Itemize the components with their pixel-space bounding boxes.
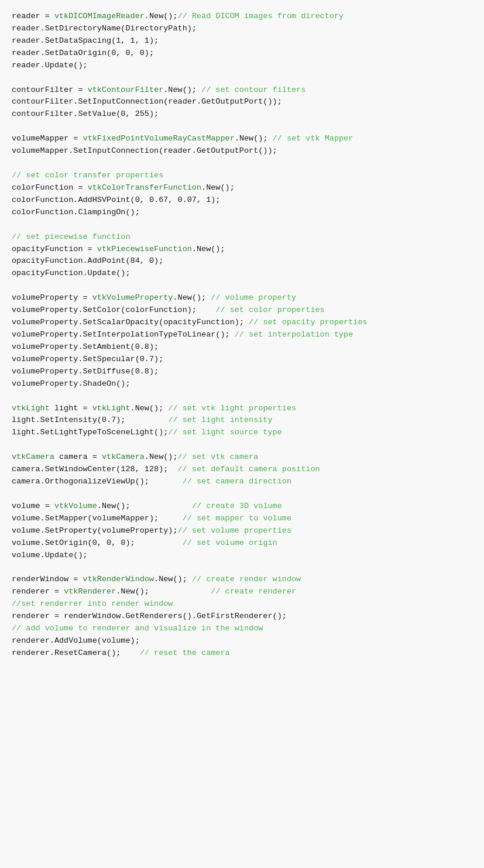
code-token: // set color transfer properties	[12, 171, 163, 180]
code-line: light.SetLightTypeToSceneLight();// set …	[12, 427, 472, 439]
code-line: volumeProperty.ShadeOn();	[12, 378, 472, 390]
code-line: ​	[12, 488, 472, 500]
code-token: .New();	[97, 502, 192, 510]
code-token: reader =	[12, 12, 54, 20]
code-line: // set color transfer properties	[12, 170, 472, 182]
code-line: opacityFunction.AddPoint(84, 0);	[12, 255, 472, 267]
code-line: ​	[12, 219, 472, 231]
code-token: // volume property	[211, 293, 296, 302]
code-line: renderer = renderWindow.GetRenderers().G…	[12, 610, 472, 623]
code-line: volumeProperty.SetInterpolationTypeToLin…	[12, 329, 472, 341]
code-token: volume.Update();	[12, 551, 88, 560]
code-token: opacityFunction =	[12, 245, 97, 253]
code-token: // set interpolation type	[235, 330, 353, 339]
code-line: reader.Update();	[12, 60, 472, 72]
code-token: // set opacity properties	[249, 318, 368, 327]
code-line: volumeProperty.SetDiffuse(0.8);	[12, 366, 472, 378]
code-token: volumeProperty.SetDiffuse(0.8);	[12, 367, 159, 376]
code-token: // set contour filters	[201, 85, 305, 94]
code-line: ​	[12, 157, 472, 170]
code-line: volumeProperty.SetSpecular(0.7);	[12, 354, 472, 366]
code-token: light.SetIntensity(0.7);	[12, 416, 168, 424]
code-token: // set light source type	[168, 428, 282, 437]
code-line: //set renderrer into render window	[12, 598, 472, 610]
code-token: .New();	[145, 452, 178, 461]
code-token: // set volume origin	[183, 538, 277, 547]
code-token: volume.SetProperty(volumeProperty);	[12, 526, 178, 535]
code-token: renderer.ResetCamera();	[12, 649, 140, 657]
code-token: // Read DICOM images from directory	[178, 12, 344, 20]
code-token: .New();	[163, 85, 201, 94]
code-line: opacityFunction.Update();	[12, 267, 472, 280]
code-token: // set vtk light properties	[168, 404, 296, 413]
code-line: reader.SetDirectoryName(DirectoryPath);	[12, 23, 472, 35]
code-line: // add volume to renderer and visualize …	[12, 623, 472, 635]
code-token: vtkLight	[12, 404, 50, 413]
code-token: renderWindow =	[12, 575, 83, 584]
code-token: reader.SetDirectoryName(DirectoryPath);	[12, 24, 197, 33]
code-token: .New();	[145, 12, 178, 20]
code-token: vtkContourFilter	[88, 85, 164, 94]
code-line: reader.SetDataOrigin(0, 0, 0);	[12, 47, 472, 60]
code-token: renderer = renderWindow.GetRenderers().G…	[12, 612, 287, 620]
code-token: camera.SetWindowCenter(128, 128);	[12, 465, 178, 474]
code-line: opacityFunction = vtkPiecewiseFunction.N…	[12, 243, 472, 256]
code-token: volume.SetMapper(volumeMapper);	[12, 514, 183, 523]
code-token: volumeProperty =	[12, 293, 92, 302]
code-token: // create renderer	[211, 587, 296, 596]
code-token: volumeMapper =	[12, 134, 83, 143]
code-token: volumeProperty.SetAmbient(0.8);	[12, 342, 159, 351]
code-token: //set renderrer into render window	[12, 599, 173, 608]
code-token: volumeProperty.SetScalarOpacity(opacityF…	[12, 318, 249, 327]
code-line: volumeProperty.SetAmbient(0.8);	[12, 341, 472, 354]
code-line: ​	[12, 439, 472, 451]
code-token: light =	[50, 404, 92, 413]
code-line: contourFilter.SetValue(0, 255);	[12, 108, 472, 121]
code-token: opacityFunction.Update();	[12, 269, 131, 277]
code-token: // set camera direction	[183, 477, 291, 486]
code-token: vtkRenderer	[64, 587, 116, 596]
code-line: vtkCamera camera = vtkCamera.New();// se…	[12, 451, 472, 464]
code-line: volume = vtkVolume.New(); // create 3D v…	[12, 500, 472, 513]
code-token: contourFilter =	[12, 85, 88, 94]
code-line: camera.SetWindowCenter(128, 128); // set…	[12, 464, 472, 476]
code-token: // set vtk Mapper	[273, 134, 353, 143]
code-token: vtkColorTransferFunction	[88, 183, 201, 192]
code-token: renderer.AddVolume(volume);	[12, 636, 140, 645]
code-line: contourFilter.SetInputConnection(reader.…	[12, 96, 472, 108]
code-line: renderer.AddVolume(volume);	[12, 635, 472, 647]
code-token: contourFilter.SetInputConnection(reader.…	[12, 97, 282, 106]
code-token: volumeProperty.SetInterpolationTypeToLin…	[12, 330, 235, 339]
code-token: .New();	[192, 245, 225, 253]
code-line: volumeMapper = vtkFixedPointVolumeRayCas…	[12, 133, 472, 145]
code-token: // create render window	[192, 575, 301, 584]
code-line: volume.Update();	[12, 550, 472, 562]
code-line: volumeMapper.SetInputConnection(reader.G…	[12, 145, 472, 157]
code-token: volumeProperty.ShadeOn();	[12, 379, 131, 388]
code-line: camera.OrthogonalizeViewUp(); // set cam…	[12, 476, 472, 488]
code-token: reader.SetDataSpacing(1, 1, 1);	[12, 36, 159, 45]
code-line: colorFunction.ClampingOn();	[12, 207, 472, 219]
code-line: ​	[12, 72, 472, 84]
code-line: colorFunction = vtkColorTransferFunction…	[12, 182, 472, 194]
code-token: volumeProperty.SetSpecular(0.7);	[12, 355, 163, 363]
code-token: .New();	[154, 575, 192, 584]
code-line: vtkLight light = vtkLight.New(); // set …	[12, 403, 472, 415]
code-token: // add volume to renderer and visualize …	[12, 624, 263, 633]
code-token: volumeMapper.SetInputConnection(reader.G…	[12, 146, 277, 155]
code-token: reader.Update();	[12, 61, 88, 70]
code-token: .New();	[116, 587, 211, 596]
code-line: volumeProperty.SetScalarOpacity(opacityF…	[12, 317, 472, 329]
code-line: volume.SetProperty(volumeProperty);// se…	[12, 525, 472, 537]
code-line: ​	[12, 121, 472, 133]
code-token: light.SetLightTypeToSceneLight();	[12, 428, 168, 437]
code-token: // set light intensity	[168, 416, 272, 424]
code-line: volume.SetMapper(volumeMapper); // set m…	[12, 513, 472, 525]
code-token: .New();	[173, 293, 211, 302]
code-line: volumeProperty.SetColor(colorFunction); …	[12, 304, 472, 317]
code-token: colorFunction.AddHSVPoint(0, 0.67, 0.07,…	[12, 195, 220, 204]
code-token: // set mapper to volume	[183, 514, 291, 523]
code-token: // set default camera position	[178, 465, 320, 474]
code-token: // set vtk camera	[178, 452, 259, 461]
code-line: ​	[12, 390, 472, 403]
